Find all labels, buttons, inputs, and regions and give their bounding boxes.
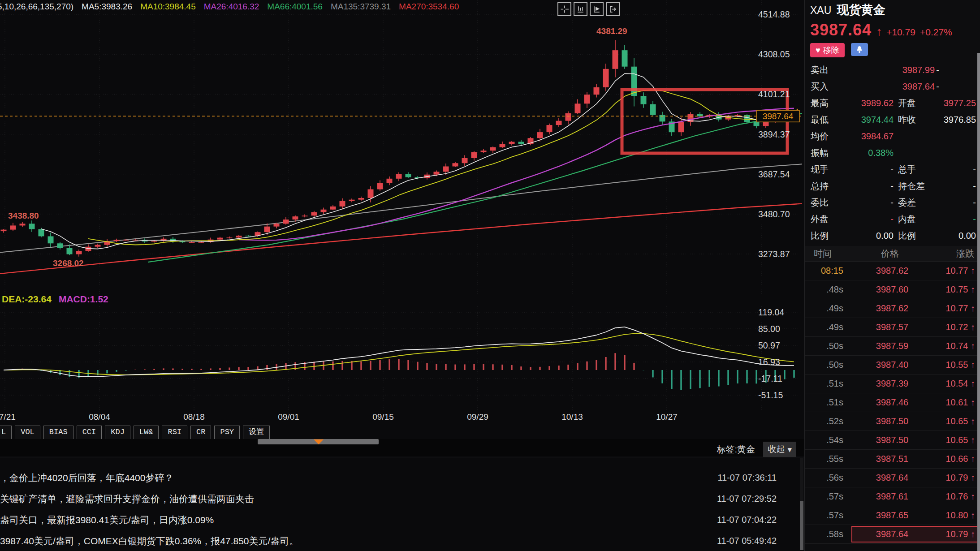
news-item[interactable]: 盎司关口，最新报3980.41美元/盎司，日内涨0.09%11-07 07:04…: [0, 509, 804, 530]
quote-value: 3977.25: [922, 95, 976, 112]
tick-change: 10.72 ↑: [926, 318, 975, 336]
tick-change: 10.74 ↑: [926, 337, 975, 355]
chart-toolbar: [557, 2, 620, 16]
chart-flag-icon[interactable]: [590, 2, 604, 16]
symbol: XAU: [810, 4, 831, 16]
tick-change: 10.55 ↑: [926, 356, 975, 374]
svg-text:4101.21: 4101.21: [758, 89, 790, 99]
indicator-tab-bias[interactable]: BIAS: [43, 426, 73, 440]
quote-label: 均价: [811, 128, 829, 145]
quote-row-外盘: 外盘-内盘-: [805, 211, 980, 228]
news-title[interactable]: 盎司关口，最新报3980.41美元/盎司，日内涨0.09%: [0, 509, 214, 530]
quote-row-委比: 委比-委差-: [805, 194, 980, 211]
tick-row: .50s3987.4010.55 ↑: [805, 356, 980, 375]
quote-label: 买入: [811, 78, 829, 95]
indicator-tab-cr[interactable]: CR: [190, 426, 211, 440]
price-change: +10.79: [886, 27, 915, 38]
instrument-title: XAU 现货黄金: [810, 2, 975, 18]
indicator-tab-lw&[interactable]: LW&: [134, 426, 159, 440]
indicator-tab-rsi[interactable]: RSI: [162, 426, 187, 440]
date-label-10/13: 10/13: [557, 412, 588, 422]
tick-price: 3987.46: [863, 393, 921, 412]
indicator-tab-cci[interactable]: CCI: [77, 426, 102, 440]
tick-price: 3987.51: [863, 450, 921, 468]
tick-row: .55s3987.5110.66 ↑: [805, 450, 980, 469]
indicator-tab-kdj[interactable]: KDJ: [105, 426, 130, 440]
quote-value: -: [841, 178, 894, 194]
news-header: 标签:黄金 收起 ▾: [0, 439, 804, 456]
svg-text:16.93: 16.93: [758, 357, 780, 367]
quote-label: 最低: [811, 112, 829, 128]
news-timestamp: 11-07 07:04:22: [717, 509, 777, 530]
bell-icon: [856, 46, 863, 54]
quote-value: -: [922, 178, 976, 194]
chart-baseline-icon[interactable]: [574, 2, 587, 16]
news-item[interactable]: 关键矿产清单，避险需求回升支撑金价，油价遭供需两面夹击11-07 07:29:5…: [0, 488, 804, 509]
svg-text:-17.11: -17.11: [758, 374, 782, 383]
tick-row: .49s3987.6210.77 ↑: [805, 299, 980, 318]
quote-detail-rows: 卖出3987.99-买入3987.64-最高3989.62开盘3977.25最低…: [805, 62, 980, 244]
ma-value-5: MA135:3739.31: [331, 2, 391, 12]
quote-row-买入: 买入3987.64-: [805, 78, 980, 95]
news-timestamp: 11-07 07:36:11: [717, 467, 777, 488]
popout-icon[interactable]: [606, 2, 620, 16]
alert-bell-button[interactable]: [851, 43, 868, 56]
tick-price: 3987.50: [863, 412, 921, 430]
quote-label: 振幅: [811, 145, 829, 161]
panel-scrollbar[interactable]: [977, 53, 980, 551]
quote-row-振幅: 振幅0.38%: [805, 145, 980, 161]
remove-favorite-button[interactable]: ♥ 移除: [810, 43, 845, 57]
indicator-tab-设置[interactable]: 设置: [243, 426, 270, 440]
price-change-pct: +0.27%: [920, 27, 952, 38]
svg-text:3987.64: 3987.64: [763, 112, 794, 121]
tick-change: 10.54 ↑: [926, 375, 975, 393]
news-scrollbar[interactable]: [800, 458, 803, 550]
quote-label: 外盘: [811, 211, 829, 228]
tick-row: .57s3987.6110.76 ↑: [805, 487, 980, 506]
tick-row: .58s3987.6410.79 ↑: [805, 525, 980, 544]
candlestick-chart[interactable]: 4381.293438.803268.024514.884308.054101.…: [0, 0, 804, 296]
svg-text:-51.15: -51.15: [758, 390, 783, 400]
svg-text:85.00: 85.00: [758, 324, 780, 334]
tick-price: 3987.57: [863, 318, 921, 336]
macd-legend: DEA:-23.64 MACD:1.52: [2, 294, 108, 305]
tick-change: 10.66 ↑: [926, 450, 975, 468]
tick-time: .48s: [805, 280, 843, 299]
tick-row: .57s3987.6510.80 ↑: [805, 506, 980, 525]
move-tool-icon[interactable]: [557, 2, 571, 16]
svg-text:3438.80: 3438.80: [8, 211, 39, 220]
svg-text:119.04: 119.04: [758, 307, 784, 317]
quote-label: 委比: [811, 194, 829, 211]
news-item[interactable]: 3987.40美元/盎司，COMEX白银期货下跌0.36%，报47.850美元/…: [0, 530, 804, 551]
svg-text:3268.02: 3268.02: [53, 258, 84, 268]
quote-row-总持: 总持-持仓差-: [805, 178, 980, 194]
news-list: ，金价上冲4020后回落，年底4400梦碎？11-07 07:36:11关键矿产…: [0, 457, 804, 551]
scrollbar-handle-icon[interactable]: [314, 439, 324, 444]
up-arrow-icon: ↑: [876, 25, 882, 39]
collapse-label: 收起: [768, 443, 785, 455]
tick-price: 3987.64: [863, 469, 921, 487]
tick-row: .49s3987.5710.72 ↑: [805, 318, 980, 337]
trading-app: 5,10,26,66,135,270)MA5:3983.26MA10:3984.…: [0, 0, 980, 551]
chart-scrollbar[interactable]: [258, 439, 379, 444]
price-row: 3987.64 ↑ +10.79 +0.27%: [810, 21, 975, 39]
tick-time: .56s: [805, 469, 843, 487]
collapse-button[interactable]: 收起 ▾: [763, 442, 796, 457]
tick-time: .57s: [805, 487, 843, 506]
news-title[interactable]: 关键矿产清单，避险需求回升支撑金价，油价遭供需两面夹击: [0, 488, 254, 509]
news-title[interactable]: ，金价上冲4020后回落，年底4400梦碎？: [0, 467, 173, 488]
tick-price: 3987.39: [863, 375, 921, 393]
indicator-tab-l[interactable]: L: [0, 426, 12, 440]
quote-value: 3984.67: [841, 128, 894, 145]
indicator-tab-psy[interactable]: PSY: [214, 426, 240, 440]
tick-time: .52s: [805, 412, 843, 430]
quote-value: 3989.62: [841, 95, 894, 112]
tick-price: 3987.64: [863, 525, 921, 543]
news-title[interactable]: 3987.40美元/盎司，COMEX白银期货下跌0.36%，报47.850美元/…: [0, 530, 298, 551]
quote-value: 3974.44: [841, 112, 894, 128]
macd-chart[interactable]: 119.0485.0050.9716.93-17.11-51.15: [0, 306, 804, 410]
quote-value: -: [885, 62, 939, 78]
news-item[interactable]: ，金价上冲4020后回落，年底4400梦碎？11-07 07:36:11: [0, 467, 804, 488]
indicator-tab-vol[interactable]: VOL: [15, 426, 40, 440]
tick-change: 10.65 ↑: [926, 412, 975, 430]
